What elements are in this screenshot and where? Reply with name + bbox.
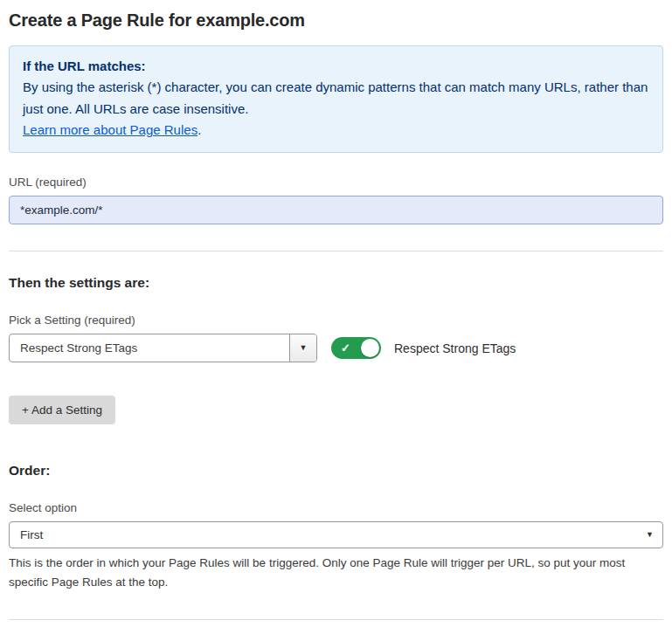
info-box-heading: If the URL matches: (23, 56, 649, 77)
page-rule-form: Create a Page Rule for example.com If th… (0, 0, 672, 627)
setting-dropdown[interactable]: Respect Strong ETags ▼ (9, 334, 317, 362)
select-option-label: Select option (9, 501, 663, 514)
url-match-info-box: If the URL matches: By using the asteris… (9, 45, 663, 153)
etag-toggle-switch[interactable]: ✓ (331, 337, 381, 359)
settings-heading: Then the settings are: (9, 275, 663, 291)
divider (9, 251, 663, 251)
order-help-text: This is the order in which your Page Rul… (9, 554, 660, 593)
pick-setting-label: Pick a Setting (required) (9, 314, 663, 327)
page-title: Create a Page Rule for example.com (9, 10, 663, 31)
divider (9, 619, 663, 620)
order-heading: Order: (9, 463, 663, 479)
info-box-body: By using the asterisk (*) character, you… (23, 77, 649, 120)
toggle-label: Respect Strong ETags (394, 341, 516, 355)
info-box-link-line: Learn more about Page Rules. (23, 120, 649, 141)
url-input[interactable] (9, 196, 663, 224)
learn-more-link[interactable]: Learn more about Page Rules (23, 122, 197, 137)
add-setting-button[interactable]: + Add a Setting (9, 396, 115, 424)
link-period: . (197, 122, 201, 137)
toggle-knob (361, 339, 379, 357)
setting-row: Respect Strong ETags ▼ ✓ Respect Strong … (9, 334, 663, 362)
setting-dropdown-value: Respect Strong ETags (10, 334, 289, 362)
chevron-down-icon: ▼ (300, 344, 308, 352)
dropdown-arrow-button[interactable]: ▼ (289, 334, 316, 362)
order-select[interactable]: First ▼ (9, 521, 663, 548)
url-label: URL (required) (9, 176, 663, 189)
chevron-down-icon: ▼ (646, 531, 654, 539)
check-icon: ✓ (341, 341, 350, 355)
order-select-value: First (20, 528, 646, 541)
